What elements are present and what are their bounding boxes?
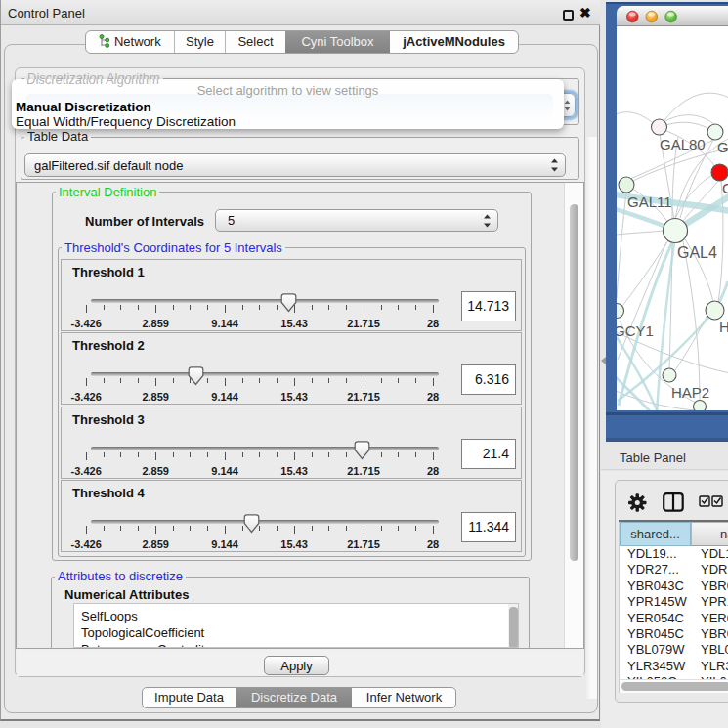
svg-text:HI: HI [719, 319, 728, 335]
svg-text:GAL4: GAL4 [677, 244, 717, 261]
svg-text:HAP2: HAP2 [671, 384, 709, 401]
svg-text:GAL80: GAL80 [660, 136, 706, 152]
svg-text:C: C [722, 180, 728, 196]
svg-text:GAL11: GAL11 [627, 193, 672, 210]
svg-text:GA: GA [717, 139, 728, 155]
svg-text:GCY1: GCY1 [617, 322, 654, 339]
